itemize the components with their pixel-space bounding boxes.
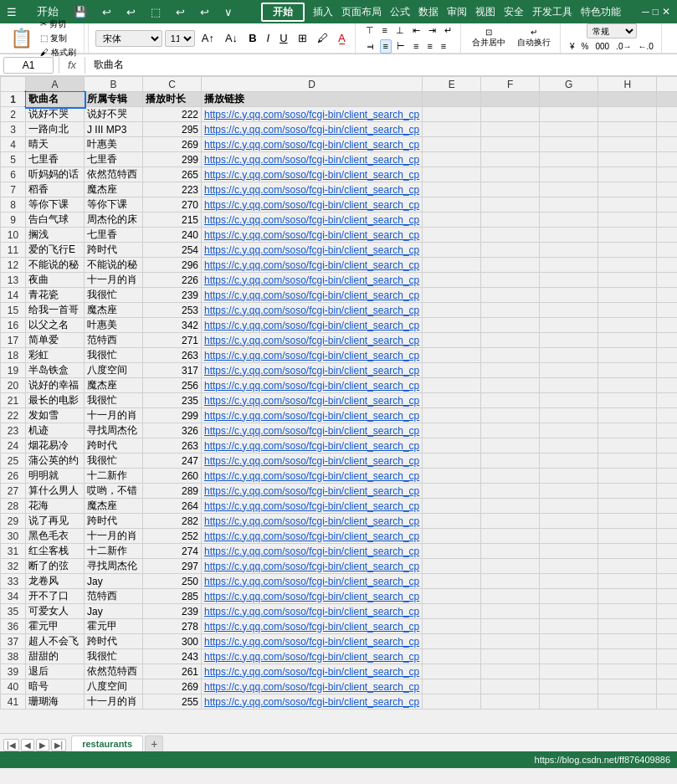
cell-b7[interactable]: 魔杰座 [85,182,143,197]
cell-a34[interactable]: 开不了口 [26,589,85,604]
cell-b9[interactable]: 周杰伦的床 [85,213,143,228]
align-bottom-button[interactable]: ⊥ [392,23,408,38]
cell-d41[interactable]: https://c.y.qq.com/soso/fcgi-bin/client_… [202,694,423,710]
cell-f9[interactable] [481,213,540,228]
cell-f21[interactable] [481,393,540,408]
cell-f23[interactable] [481,423,540,438]
menu-undo[interactable]: ↩ [95,4,118,20]
cell-b15[interactable]: 魔杰座 [85,303,143,318]
tab-security[interactable]: 安全 [504,6,524,18]
align-distribute-button[interactable]: ≡ [423,39,435,54]
cell-f19[interactable] [481,363,540,378]
row-number[interactable]: 38 [1,649,26,664]
cell-d39[interactable]: https://c.y.qq.com/soso/fcgi-bin/client_… [202,664,423,679]
cell-b20[interactable]: 魔杰座 [85,378,143,393]
cell-e36[interactable] [423,619,481,634]
align-extra-button[interactable]: ≡ [438,39,449,54]
cell-h3[interactable] [598,122,657,137]
cell-h39[interactable] [598,664,657,679]
cell-h2[interactable] [598,107,657,122]
cell-a13[interactable]: 夜曲 [26,273,85,288]
cell-c12[interactable]: 296 [143,258,202,273]
cell-g4[interactable] [540,137,598,152]
cell-d33[interactable]: https://c.y.qq.com/soso/fcgi-bin/client_… [202,574,423,589]
cell-c16[interactable]: 342 [143,318,202,333]
cell-e2[interactable] [423,107,481,122]
row-number[interactable]: 31 [1,544,26,559]
number-format-select[interactable]: 常规 [587,23,637,38]
cell-b3[interactable]: J III MP3 [85,122,143,137]
cell-h29[interactable] [598,514,657,529]
cell-h10[interactable] [598,228,657,243]
cell-e26[interactable] [423,469,481,484]
cell-i17[interactable] [657,333,677,348]
italic-button[interactable]: I [263,30,274,46]
cell-c3[interactable]: 295 [143,122,202,137]
cell-h12[interactable] [598,258,657,273]
cell-e14[interactable] [423,288,481,303]
cell-f3[interactable] [481,122,540,137]
cell-f18[interactable] [481,348,540,363]
cell-c14[interactable]: 239 [143,288,202,303]
cell-h11[interactable] [598,243,657,258]
row-number[interactable]: 7 [1,182,26,197]
cell-e35[interactable] [423,604,481,619]
cell-a2[interactable]: 说好不哭 [26,107,85,122]
cell-f1[interactable] [481,92,540,107]
menu-undo2[interactable]: ↩ [169,4,192,20]
row-number[interactable]: 2 [1,107,26,122]
cell-g35[interactable] [540,604,598,619]
cell-a40[interactable]: 暗号 [26,679,85,694]
bold-button[interactable]: B [244,30,260,46]
cell-f30[interactable] [481,529,540,544]
cell-e10[interactable] [423,228,481,243]
tab-formula[interactable]: 公式 [390,6,410,18]
cell-i4[interactable] [657,137,677,152]
cell-e13[interactable] [423,273,481,288]
tab-page-layout[interactable]: 页面布局 [341,6,382,18]
formula-input[interactable] [90,57,674,74]
cell-e24[interactable] [423,438,481,453]
row-number[interactable]: 9 [1,213,26,228]
cell-h6[interactable] [598,167,657,182]
cell-i41[interactable] [657,694,677,710]
cell-f10[interactable] [481,228,540,243]
cell-g6[interactable] [540,167,598,182]
cell-g18[interactable] [540,348,598,363]
cell-e17[interactable] [423,333,481,348]
cell-h26[interactable] [598,469,657,484]
cell-g27[interactable] [540,484,598,499]
cell-d28[interactable]: https://c.y.qq.com/soso/fcgi-bin/client_… [202,499,423,514]
cell-f39[interactable] [481,664,540,679]
cell-d40[interactable]: https://c.y.qq.com/soso/fcgi-bin/client_… [202,679,423,694]
cell-a28[interactable]: 花海 [26,499,85,514]
cell-h34[interactable] [598,589,657,604]
row-number[interactable]: 10 [1,228,26,243]
cell-g19[interactable] [540,363,598,378]
cell-c13[interactable]: 226 [143,273,202,288]
cell-b36[interactable]: 霍元甲 [85,619,143,634]
cell-f28[interactable] [481,499,540,514]
start-button[interactable]: 开始 [261,3,305,22]
cell-d32[interactable]: https://c.y.qq.com/soso/fcgi-bin/client_… [202,559,423,574]
cell-c5[interactable]: 299 [143,152,202,167]
menu-copy[interactable]: ⬚ [144,4,167,20]
row-number[interactable]: 5 [1,152,26,167]
row-number[interactable]: 39 [1,664,26,679]
cell-g5[interactable] [540,152,598,167]
cell-d25[interactable]: https://c.y.qq.com/soso/fcgi-bin/client_… [202,453,423,469]
sheet-area[interactable]: A B C D E F G H I J K 1歌曲名所属专辑播放时长播放链接2说… [0,76,677,733]
cell-i13[interactable] [657,273,677,288]
cell-c39[interactable]: 261 [143,664,202,679]
cell-f14[interactable] [481,288,540,303]
cell-f33[interactable] [481,574,540,589]
window-close[interactable]: ✕ [662,6,670,18]
row-number[interactable]: 21 [1,393,26,408]
cell-c37[interactable]: 300 [143,634,202,649]
cell-d10[interactable]: https://c.y.qq.com/soso/fcgi-bin/client_… [202,228,423,243]
cell-f27[interactable] [481,484,540,499]
row-number[interactable]: 4 [1,137,26,152]
cell-f22[interactable] [481,408,540,423]
cell-d34[interactable]: https://c.y.qq.com/soso/fcgi-bin/client_… [202,589,423,604]
cell-g8[interactable] [540,197,598,213]
